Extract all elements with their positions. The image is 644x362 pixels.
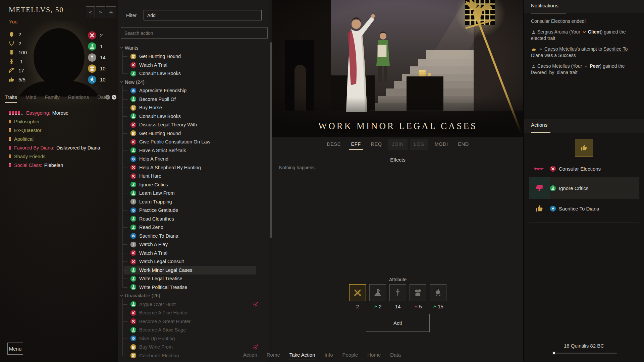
attribute-dagger[interactable] <box>389 284 406 301</box>
tab-traits[interactable]: Traits <box>5 94 17 103</box>
time-slider-thumb[interactable] <box>552 351 556 355</box>
action-item[interactable]: Practice Gratitude <box>118 206 267 215</box>
green-rostrum-icon <box>88 42 97 51</box>
action-item[interactable]: Watch A Trial <box>118 61 267 69</box>
action-item[interactable]: Sacrifice To Diana <box>118 232 267 240</box>
tab-mind[interactable]: Mind <box>25 94 37 103</box>
action-item[interactable]: Help A Friend <box>118 155 267 164</box>
trait-pips <box>9 120 11 123</box>
detail-tab-req[interactable]: REQ <box>367 139 386 150</box>
queued-action-row[interactable]: Sacrifice To Diana <box>529 199 639 218</box>
action-item[interactable]: Watch Legal Consult <box>118 257 267 266</box>
red-cross-icon <box>130 139 137 145</box>
action-item[interactable]: Get Hunting Hound <box>118 129 267 138</box>
action-item[interactable]: Become Pupil Of <box>118 95 267 104</box>
action-item[interactable]: Give Up Hunting <box>118 334 267 343</box>
queued-action-row[interactable]: Ignore Critics <box>529 177 639 199</box>
scrollbar-thumb[interactable] <box>270 42 272 238</box>
nav-action[interactable]: Action <box>243 352 257 360</box>
queued-action-row[interactable]: Consular Elections <box>529 160 639 177</box>
notification-text: 's attempt to <box>577 46 604 52</box>
action-item[interactable]: Discuss Legal Theory With <box>118 121 267 129</box>
notification-link[interactable]: Consular Elections <box>531 18 570 24</box>
trait-row[interactable]: Favored By Diana:Disfavored by Diana <box>0 144 118 151</box>
tab-scroll-right-button[interactable]: > <box>112 95 116 100</box>
tab-family[interactable]: Family <box>45 94 59 103</box>
filter-row: Filter <box>126 10 262 20</box>
red-cross-icon <box>130 173 137 179</box>
section-header[interactable]: Unavailable (26) <box>118 292 267 300</box>
action-item[interactable]: Read Zeno <box>118 223 267 232</box>
mood-cell <box>529 160 550 177</box>
action-item[interactable]: Watch A Trial <box>118 249 267 257</box>
action-item-label: Argue Over Hunt <box>139 302 176 307</box>
trait-row[interactable]: Ex-Quaestor <box>0 127 118 134</box>
detail-tab-eff[interactable]: EFF <box>347 139 365 150</box>
act-button[interactable]: Act! <box>366 314 430 332</box>
time-slider[interactable] <box>552 353 617 354</box>
attribute-flame[interactable] <box>430 284 446 301</box>
action-item[interactable]: Write Political Treatise <box>118 283 267 292</box>
attribute-coins[interactable] <box>410 284 426 301</box>
nav-rome[interactable]: Rome <box>267 352 280 360</box>
notification-text: Sergius Aruina (Your <box>537 29 582 35</box>
action-item[interactable]: Appreciate Friendship <box>118 86 267 95</box>
action-item[interactable]: Argue Over Hunt <box>118 300 267 309</box>
nav-info[interactable]: Info <box>324 352 333 360</box>
action-item[interactable]: Consult Law Books <box>118 112 267 121</box>
action-item[interactable]: Learn Trapping <box>118 197 267 206</box>
attribute-swords[interactable] <box>349 284 366 301</box>
action-item[interactable]: Give Public Consultation On Law <box>118 138 267 146</box>
section-header[interactable]: New (24) <box>118 78 267 86</box>
notification-link[interactable]: Caeso Metellus <box>544 46 577 52</box>
action-item[interactable]: Help A Shepherd By Hunting <box>118 163 267 172</box>
trait-row[interactable]: Social Class:Plebeian <box>0 162 118 169</box>
action-item[interactable]: Become A Fine Hunter <box>118 309 267 317</box>
menu-button[interactable]: Menu <box>7 343 23 355</box>
action-item[interactable]: Get Hunting Hound <box>118 52 267 61</box>
action-item[interactable]: Become A Great Hunter <box>118 317 267 326</box>
detail-tab-desc[interactable]: DESC <box>323 139 344 150</box>
filter-input[interactable] <box>144 10 262 20</box>
action-item[interactable]: Become A Stoic Sage <box>118 326 267 335</box>
detail-tab-end[interactable]: END <box>454 139 473 150</box>
hand-icon <box>8 76 15 83</box>
blue-swirl-icon <box>130 87 137 94</box>
notification-item: Caeso Metellus (Your Peer) gained the fa… <box>531 63 640 76</box>
action-item[interactable]: Consult Law Books <box>118 69 267 78</box>
action-item[interactable]: Work Minor Legal Cases <box>118 266 267 275</box>
action-item[interactable]: Learn Law From <box>118 189 267 198</box>
trait-row[interactable]: Easygoing:Morose <box>0 109 118 116</box>
prev-character-button[interactable]: < <box>86 6 95 18</box>
trait-row[interactable]: Philosopher <box>0 118 118 125</box>
green-rostrum-icon <box>130 327 137 333</box>
nav-take-action[interactable]: Take Action <box>289 352 315 360</box>
nav-data[interactable]: Data <box>390 352 401 360</box>
trait-row[interactable]: Shady Friends <box>0 153 118 160</box>
action-item[interactable]: Have A Strict Self-talk <box>118 146 267 155</box>
tab-relations[interactable]: Relations <box>68 94 89 103</box>
action-item[interactable]: Watch A Play <box>118 240 267 249</box>
action-item[interactable]: Hunt Hare <box>118 172 267 181</box>
next-character-button[interactable]: > <box>96 6 105 18</box>
stat-value: 1 <box>100 44 103 49</box>
action-item[interactable]: Buy Wine From <box>118 343 267 352</box>
detail-tab-modi[interactable]: MODI <box>431 139 452 150</box>
attribute-rostrum[interactable] <box>369 284 386 301</box>
chevron-down-icon <box>582 30 587 35</box>
star-button[interactable] <box>106 6 116 18</box>
section-header[interactable]: Wants <box>118 44 267 52</box>
queued-action-label: Ignore Critics <box>559 185 588 191</box>
trait-row[interactable]: Apolitical <box>0 135 118 142</box>
stat-gold-coins: 10 <box>88 64 106 73</box>
action-item[interactable]: Read Cleanthes <box>118 215 267 223</box>
action-item-label: Practice Gratitude <box>139 207 178 213</box>
action-slot-button[interactable] <box>575 139 593 157</box>
action-item[interactable]: Buy Horse <box>118 104 267 112</box>
action-item[interactable]: Ignore Critics <box>118 180 267 189</box>
tab-scroll-left-button[interactable]: < <box>105 95 110 100</box>
action-item[interactable]: Write Legal Treatise <box>118 275 267 283</box>
nav-home[interactable]: Home <box>367 352 381 360</box>
search-input[interactable] <box>121 27 268 39</box>
nav-people[interactable]: People <box>342 352 358 360</box>
